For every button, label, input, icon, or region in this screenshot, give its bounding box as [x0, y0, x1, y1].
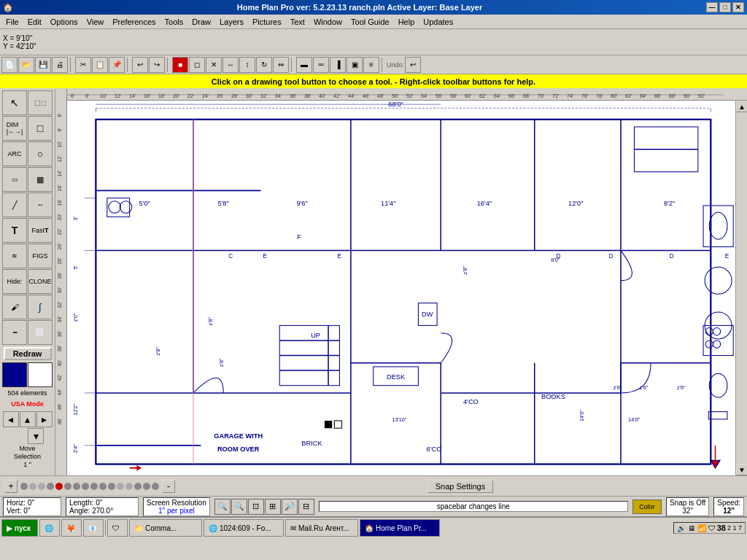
snap-remove-button[interactable]: - — [162, 480, 175, 493]
toolbar-btn12[interactable]: ≡ — [363, 57, 379, 73]
dashed-tool-button[interactable]: ╌ — [28, 192, 53, 217]
move-down-button[interactable]: ▾ — [28, 428, 44, 444]
menu-tools[interactable]: Tools — [160, 16, 188, 28]
redo-button[interactable]: ↪ — [149, 57, 165, 73]
wall-tool-button[interactable]: ▭ — [2, 167, 27, 192]
menu-window[interactable]: Window — [309, 16, 347, 28]
toolbar-btn11[interactable]: ▣ — [347, 57, 363, 73]
snap-dot-15[interactable] — [143, 483, 150, 490]
figs-tool-button[interactable]: FIGS — [28, 244, 53, 268]
arc-tool-button[interactable]: ARC — [2, 141, 27, 166]
snap-dot-5[interactable] — [55, 483, 63, 490]
zoom-custom-button[interactable]: ⊟ — [298, 499, 314, 515]
toolbar-btn2[interactable]: ◻ — [189, 57, 205, 73]
move-right-button[interactable]: ▸ — [36, 411, 53, 427]
snap-dot-11[interactable] — [108, 483, 115, 490]
toolbar-btn8[interactable]: ▬ — [296, 57, 312, 73]
snap-dot-7[interactable] — [73, 483, 80, 490]
undo-button[interactable]: ↩ — [132, 57, 148, 73]
redraw-button[interactable]: Redraw — [4, 347, 52, 360]
scroll-down-button[interactable]: ▼ — [736, 464, 747, 475]
maximize-button[interactable]: □ — [719, 2, 731, 12]
line2-tool-button[interactable]: ━ — [2, 320, 27, 345]
menu-draw[interactable]: Draw — [187, 16, 215, 28]
toolbar-btn4[interactable]: ↔ — [222, 57, 239, 73]
toolbar-btn6[interactable]: ↻ — [256, 57, 272, 73]
snap-dot-1[interactable] — [20, 483, 28, 490]
snap-dot-3[interactable] — [38, 483, 45, 490]
vertical-scrollbar[interactable]: ▲ ▼ — [735, 101, 747, 475]
snap-add-button[interactable]: + — [4, 480, 18, 493]
curve-tool-button[interactable]: ∫ — [28, 295, 53, 319]
minimize-button[interactable]: — — [706, 2, 718, 12]
snap-dot-13[interactable] — [125, 483, 133, 490]
clone-tool-button[interactable]: CLONE — [28, 269, 53, 294]
taskbar-firefox-button[interactable]: 🦊 — [61, 519, 82, 537]
close-button[interactable]: ✕ — [732, 2, 744, 12]
toolbar-btn5[interactable]: ↕ — [239, 57, 255, 73]
start-button[interactable]: ▶ пуск — [1, 519, 38, 537]
grid-tool-button[interactable]: ▦ — [28, 167, 53, 192]
taskbar-av-button[interactable]: 🛡 — [107, 519, 128, 537]
paint-tool-button[interactable]: 🖌 — [2, 295, 27, 319]
snap-dot-12[interactable] — [117, 483, 124, 490]
zoom-fit-button[interactable]: ⊡ — [248, 499, 264, 515]
menu-view[interactable]: View — [82, 16, 109, 28]
snap-dot-14[interactable] — [134, 483, 142, 490]
menu-text[interactable]: Text — [286, 16, 309, 28]
rect-tool-button[interactable]: □ — [28, 116, 53, 141]
zoom-window-button[interactable]: ⊞ — [265, 499, 281, 515]
menu-layers[interactable]: Layers — [215, 16, 248, 28]
scroll-up-button[interactable]: ▲ — [736, 101, 747, 112]
floor-plan-surface[interactable]: 68'0" 5'0" 5'8" 9'6" 11'4" 16'4" 12'0" 8… — [67, 101, 747, 475]
toolbar-btn3[interactable]: ✕ — [206, 57, 222, 73]
move-up-button[interactable]: ▴ — [20, 411, 36, 427]
menu-options[interactable]: Options — [46, 16, 82, 28]
menu-pictures[interactable]: Pictures — [248, 16, 286, 28]
snap-dot-4[interactable] — [47, 483, 54, 490]
dim-tool-button[interactable]: DIM|←→| — [2, 116, 27, 141]
line-tool-button[interactable]: ╱ — [2, 192, 27, 217]
toolbar-btn10[interactable]: ▐ — [330, 57, 346, 73]
drawing-canvas[interactable]: 6' 8' 10' 12' 14' 16' 18' 20' 22' 24' 26… — [55, 89, 747, 475]
save-button[interactable]: 💾 — [35, 57, 51, 73]
taskbar-item-1[interactable]: 📁 Comma... — [129, 519, 202, 537]
move-left-button[interactable]: ◂ — [3, 411, 19, 427]
taskbar-item-2[interactable]: 🌐 1024:609 - Fo... — [204, 519, 284, 537]
zoom-prev-button[interactable]: 🔎 — [282, 499, 298, 515]
open-button[interactable]: 📂 — [18, 57, 34, 73]
toolbar-btn1[interactable]: ■ — [172, 57, 188, 73]
taskbar-item-3[interactable]: ✉ Mail.Ru Агент... — [285, 519, 358, 537]
taskbar-item-4[interactable]: 🏠 Home Plan Pr... — [360, 519, 440, 537]
undo2-button[interactable]: ↩ — [405, 57, 421, 73]
hide-tool-button[interactable]: Hide: — [2, 269, 27, 294]
menu-preferences[interactable]: Preferences — [108, 16, 160, 28]
menu-updates[interactable]: Updates — [419, 16, 457, 28]
hatch-tool-button[interactable]: ≋ — [2, 244, 27, 268]
snap-dot-6[interactable] — [64, 483, 71, 490]
menu-edit[interactable]: Edit — [23, 16, 46, 28]
snap-settings-button[interactable]: Snap Settings — [427, 480, 494, 493]
taskbar-icon3-button[interactable]: 📧 — [83, 519, 104, 537]
circle-tool-button[interactable]: ○ — [28, 141, 53, 166]
cut-button[interactable]: ✂ — [75, 57, 91, 73]
menu-toolguide[interactable]: Tool Guide — [347, 16, 394, 28]
color-swatch-2[interactable] — [28, 362, 53, 387]
zoom-in-button[interactable]: 🔍 — [214, 499, 231, 515]
snap-dot-2[interactable] — [29, 483, 36, 490]
menu-file[interactable]: File — [1, 16, 23, 28]
fasttext-tool-button[interactable]: FastT — [28, 218, 53, 243]
color-swatch-1[interactable] — [2, 362, 27, 387]
toolbar-btn7[interactable]: ⇔ — [273, 57, 289, 73]
print-button[interactable]: 🖨 — [52, 57, 68, 73]
select-tool-button[interactable]: ↖ — [2, 90, 27, 115]
select-all-tool-button[interactable]: ⬚⬚ — [28, 90, 53, 115]
snap-dot-10[interactable] — [99, 483, 107, 490]
color-button[interactable]: Color — [632, 499, 662, 514]
snap-dot-9[interactable] — [90, 483, 98, 490]
rect2-tool-button[interactable]: ⬜ — [28, 320, 53, 345]
copy-button[interactable]: 📋 — [92, 57, 108, 73]
menu-help[interactable]: Help — [394, 16, 419, 28]
snap-dot-8[interactable] — [82, 483, 89, 490]
zoom-out-button[interactable]: 🔍 — [231, 499, 247, 515]
